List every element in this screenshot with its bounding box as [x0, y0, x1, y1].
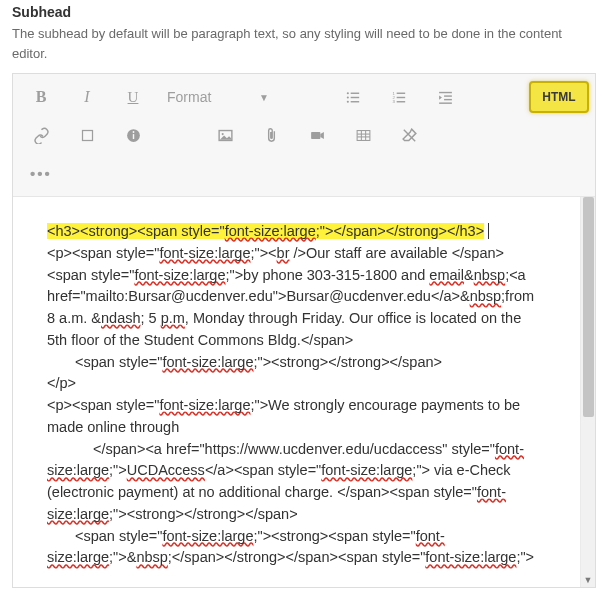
- svg-rect-3: [350, 96, 359, 97]
- svg-rect-12: [439, 91, 452, 92]
- code-line: <span style="font-size:large;"><strong><…: [47, 352, 552, 374]
- svg-rect-13: [444, 95, 452, 96]
- source-textarea[interactable]: <h3><strong><span style="font-size:large…: [13, 197, 580, 587]
- svg-point-2: [346, 96, 348, 98]
- scroll-down-icon[interactable]: ▼: [581, 573, 595, 587]
- scrollbar-thumb[interactable]: [583, 197, 594, 417]
- svg-rect-7: [396, 92, 405, 93]
- eraser-icon: [401, 127, 418, 144]
- svg-rect-14: [444, 98, 452, 99]
- image-button[interactable]: [203, 118, 247, 152]
- video-button[interactable]: [295, 118, 339, 152]
- code-line: <span style="font-size:large;">by phone …: [47, 265, 552, 287]
- underline-button[interactable]: U: [111, 80, 155, 114]
- rich-text-editor: B I U Format ▼ 123 HTML: [12, 73, 596, 588]
- table-icon: [355, 127, 372, 144]
- html-source-button[interactable]: HTML: [529, 81, 589, 113]
- code-line: <p><span style="font-size:large;"><br />…: [47, 243, 552, 265]
- asset-button[interactable]: [65, 118, 109, 152]
- svg-rect-18: [132, 134, 133, 139]
- code-line: <span style="font-size:large;"><strong><…: [47, 526, 552, 548]
- vertical-scrollbar[interactable]: ▼: [580, 197, 595, 587]
- editor-toolbar: B I U Format ▼ 123 HTML: [13, 74, 595, 197]
- svg-rect-15: [439, 102, 452, 103]
- info-button[interactable]: [111, 118, 155, 152]
- svg-rect-16: [82, 130, 92, 140]
- code-line: 5th floor of the Student Commons Bldg.</…: [47, 330, 552, 352]
- list-ol-icon: 123: [391, 89, 408, 106]
- field-help-text: The subhead by default will be paragraph…: [12, 24, 596, 63]
- toolbar-row-2: [19, 118, 589, 152]
- bold-button[interactable]: B: [19, 80, 63, 114]
- ordered-list-button[interactable]: 123: [377, 80, 421, 114]
- code-line: 8 a.m. &ndash; 5 p.m, Monday through Fri…: [47, 308, 552, 330]
- format-dropdown-label: Format: [167, 89, 211, 105]
- list-ul-icon: [345, 89, 362, 106]
- format-dropdown[interactable]: Format ▼: [157, 80, 279, 114]
- code-line: made online through: [47, 417, 552, 439]
- svg-rect-5: [350, 101, 359, 102]
- info-icon: [125, 127, 142, 144]
- svg-rect-22: [311, 131, 320, 138]
- square-icon: [80, 128, 95, 143]
- image-icon: [217, 127, 234, 144]
- ellipsis-icon: •••: [30, 165, 52, 182]
- code-line: (electronic payment) at no additional ch…: [47, 482, 552, 504]
- svg-point-19: [132, 131, 134, 133]
- svg-text:3: 3: [392, 99, 395, 104]
- code-line: size:large;"><strong></strong></span>: [47, 504, 552, 526]
- paperclip-icon: [263, 127, 280, 144]
- svg-rect-1: [350, 92, 359, 93]
- code-line: <p><span style="font-size:large;">We str…: [47, 395, 552, 417]
- chevron-down-icon: ▼: [259, 92, 269, 103]
- svg-point-0: [346, 92, 348, 94]
- field-label: Subhead: [12, 4, 596, 20]
- code-line: </span><a href="https://www.ucdenver.edu…: [47, 439, 552, 461]
- source-editor-area: <h3><strong><span style="font-size:large…: [13, 197, 595, 587]
- italic-button[interactable]: I: [65, 80, 109, 114]
- indent-icon: [437, 89, 454, 106]
- svg-point-4: [346, 100, 348, 102]
- svg-rect-23: [357, 130, 370, 140]
- code-line: </p>: [47, 373, 552, 395]
- toolbar-row-1: B I U Format ▼ 123 HTML: [19, 80, 589, 114]
- clear-format-button[interactable]: [387, 118, 431, 152]
- toolbar-row-3: •••: [19, 156, 589, 190]
- code-line: href="mailto:Bursar@ucdenver.edu">Bursar…: [47, 286, 552, 308]
- svg-rect-9: [396, 96, 405, 97]
- svg-point-21: [221, 133, 223, 135]
- svg-rect-11: [396, 101, 405, 102]
- code-line: size:large;">&nbsp;</span></strong></spa…: [47, 547, 552, 569]
- video-icon: [309, 127, 326, 144]
- code-line: <h3><strong><span style="font-size:large…: [47, 221, 552, 243]
- more-button[interactable]: •••: [19, 156, 63, 190]
- attachment-button[interactable]: [249, 118, 293, 152]
- link-icon: [33, 127, 50, 144]
- unordered-list-button[interactable]: [331, 80, 375, 114]
- code-line: size:large;">UCDAccess</a><span style="f…: [47, 460, 552, 482]
- table-button[interactable]: [341, 118, 385, 152]
- link-button[interactable]: [19, 118, 63, 152]
- indent-button[interactable]: [423, 80, 467, 114]
